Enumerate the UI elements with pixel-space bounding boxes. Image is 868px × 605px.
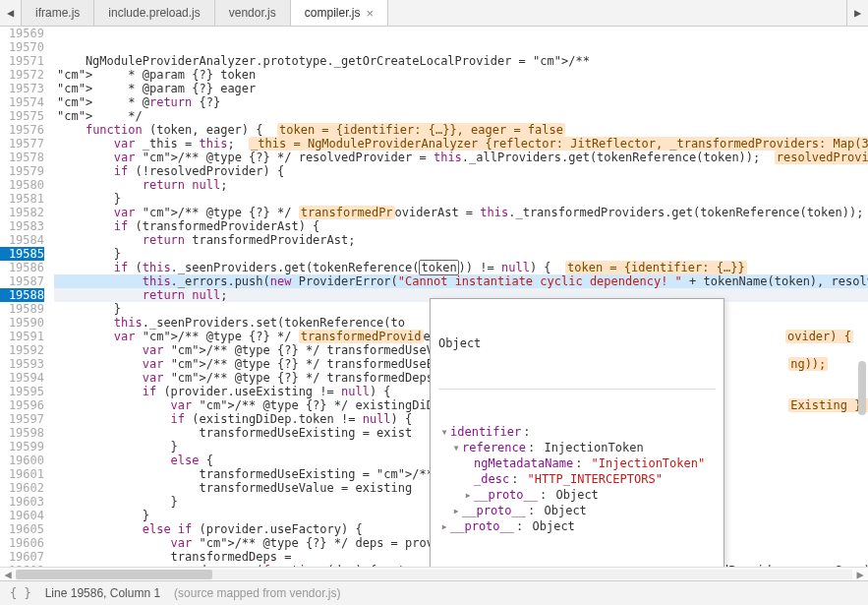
line-number[interactable]: 19569 <box>0 27 44 40</box>
scrollbar-track[interactable] <box>16 570 852 579</box>
line-number[interactable]: 19577 <box>0 137 44 151</box>
property-value: Object <box>549 487 599 503</box>
code-line[interactable]: "cm"> * @return {?} <box>54 95 868 109</box>
line-number[interactable]: 19594 <box>0 371 44 385</box>
line-number[interactable]: 19579 <box>0 164 44 178</box>
line-number[interactable]: 19604 <box>0 509 44 522</box>
line-number[interactable]: 19581 <box>0 192 44 206</box>
line-number[interactable]: 19598 <box>0 426 44 440</box>
tab-include-preload-js[interactable]: include.preload.js <box>94 0 214 26</box>
tab-vendor-js[interactable]: vendor.js <box>215 0 291 26</box>
code-line[interactable]: var _this = this; _this = NgModuleProvid… <box>54 137 868 151</box>
code-line[interactable]: if (!resolvedProvider) { <box>54 164 868 178</box>
expand-arrow-icon[interactable]: ▸ <box>438 518 450 534</box>
line-number[interactable]: 19590 <box>0 316 44 330</box>
tab-compiler-js[interactable]: compiler.js× <box>291 0 388 26</box>
expand-arrow-icon[interactable]: ▸ <box>450 503 462 518</box>
popup-property-row[interactable]: ngMetadataName: "InjectionToken" <box>438 455 716 471</box>
popup-property-row[interactable]: _desc: "HTTP_INTERCEPTORS" <box>438 471 716 487</box>
line-number[interactable]: 19607 <box>0 550 44 564</box>
property-key: __proto__ <box>450 518 514 534</box>
line-number[interactable]: 19585 <box>0 247 44 261</box>
line-number[interactable]: 19597 <box>0 412 44 426</box>
property-value <box>532 424 539 440</box>
code-line[interactable]: return null; <box>54 178 868 192</box>
line-number[interactable]: 19571 <box>0 54 44 68</box>
code-editor[interactable]: 1956919570195711957219573195741957519576… <box>0 27 868 567</box>
property-value: "InjectionToken" <box>584 455 705 471</box>
tab-bar: ◀ iframe.jsinclude.preload.jsvendor.jsco… <box>0 0 868 27</box>
code-line[interactable]: function (token, eager) { token = {ident… <box>54 123 868 137</box>
line-number[interactable]: 19606 <box>0 536 44 550</box>
line-number[interactable]: 19588 <box>0 288 44 302</box>
scrollbar-thumb[interactable] <box>16 570 212 579</box>
line-number[interactable]: 19576 <box>0 123 44 137</box>
line-number[interactable]: 19599 <box>0 440 44 454</box>
line-number[interactable]: 19608 <box>0 564 44 567</box>
popup-property-row[interactable]: ▾identifier: <box>438 424 716 440</box>
code-line[interactable]: if (this._seenProviders.get(tokenReferen… <box>54 261 868 274</box>
line-number[interactable]: 19583 <box>0 219 44 233</box>
scroll-left-button[interactable]: ◀ <box>0 568 16 581</box>
horizontal-scrollbar[interactable]: ◀ ▶ <box>0 567 868 580</box>
code-line[interactable]: "cm"> */ <box>54 109 868 123</box>
popup-property-row[interactable]: ▸__proto__: Object <box>438 518 716 534</box>
line-number[interactable]: 19572 <box>0 68 44 82</box>
code-line[interactable]: if (transformedProviderAst) { <box>54 219 868 233</box>
line-number[interactable]: 19580 <box>0 178 44 192</box>
code-line[interactable]: } <box>54 247 868 261</box>
property-key: reference <box>462 440 526 455</box>
line-number[interactable]: 19586 <box>0 261 44 274</box>
line-number[interactable]: 19602 <box>0 481 44 495</box>
pretty-print-icon[interactable]: { } <box>10 586 31 600</box>
line-number[interactable]: 19591 <box>0 330 44 343</box>
line-number[interactable]: 19603 <box>0 495 44 509</box>
tabs-prev-button[interactable]: ◀ <box>0 0 22 26</box>
property-value: InjectionToken <box>537 440 643 455</box>
property-value: Object <box>537 503 587 518</box>
popup-property-row[interactable]: ▾reference: InjectionToken <box>438 440 716 455</box>
code-line[interactable]: } <box>54 192 868 206</box>
line-number[interactable]: 19573 <box>0 82 44 95</box>
line-number[interactable]: 19587 <box>0 274 44 288</box>
line-number[interactable]: 19578 <box>0 151 44 164</box>
vertical-scrollbar-thumb[interactable] <box>858 361 866 415</box>
close-icon[interactable]: × <box>366 7 374 20</box>
line-number[interactable]: 19600 <box>0 454 44 467</box>
line-number[interactable]: 19596 <box>0 398 44 412</box>
object-inspector-popup[interactable]: Object ▾identifier: ▾reference: Injectio… <box>430 298 724 567</box>
line-number[interactable]: 19593 <box>0 357 44 371</box>
line-number[interactable]: 19595 <box>0 385 44 398</box>
tab-iframe-js[interactable]: iframe.js <box>22 0 94 26</box>
code-line[interactable]: NgModuleProviderAnalyzer.prototype._getO… <box>54 54 868 68</box>
line-number[interactable]: 19601 <box>0 467 44 481</box>
line-number[interactable]: 19570 <box>0 40 44 54</box>
popup-property-row[interactable]: ▸__proto__: Object <box>438 487 716 503</box>
popup-property-row[interactable]: ▸__proto__: Object <box>438 503 716 518</box>
line-number[interactable]: 19589 <box>0 302 44 316</box>
code-area[interactable]: NgModuleProviderAnalyzer.prototype._getO… <box>54 27 868 567</box>
line-number[interactable]: 19575 <box>0 109 44 123</box>
scroll-right-button[interactable]: ▶ <box>852 568 868 581</box>
code-line[interactable]: "cm"> * @param {?} eager <box>54 82 868 95</box>
line-number[interactable]: 19574 <box>0 95 44 109</box>
property-key: _desc <box>474 471 509 487</box>
expand-arrow-icon <box>462 471 474 487</box>
expand-arrow-icon[interactable]: ▸ <box>462 487 474 503</box>
line-number[interactable]: 19584 <box>0 233 44 247</box>
line-number[interactable]: 19582 <box>0 206 44 219</box>
chevron-left-icon: ◀ <box>7 6 14 20</box>
tab-label: vendor.js <box>229 6 276 20</box>
code-line[interactable]: this._errors.push(new ProviderError("Can… <box>54 274 868 288</box>
line-number[interactable]: 19592 <box>0 343 44 357</box>
code-line[interactable]: return transformedProviderAst; <box>54 233 868 247</box>
expand-arrow-icon[interactable]: ▾ <box>450 440 462 455</box>
property-value: Object <box>525 518 575 534</box>
code-line[interactable]: var "cm">/** @type {?} */ transformedPro… <box>54 206 868 219</box>
code-line[interactable]: var "cm">/** @type {?} */ resolvedProvid… <box>54 151 868 164</box>
tabs-next-button[interactable]: ▶ <box>846 0 868 26</box>
source-map-info: (source mapped from vendor.js) <box>174 586 340 600</box>
expand-arrow-icon[interactable]: ▾ <box>438 424 450 440</box>
code-line[interactable]: "cm"> * @param {?} token <box>54 68 868 82</box>
line-number[interactable]: 19605 <box>0 522 44 536</box>
